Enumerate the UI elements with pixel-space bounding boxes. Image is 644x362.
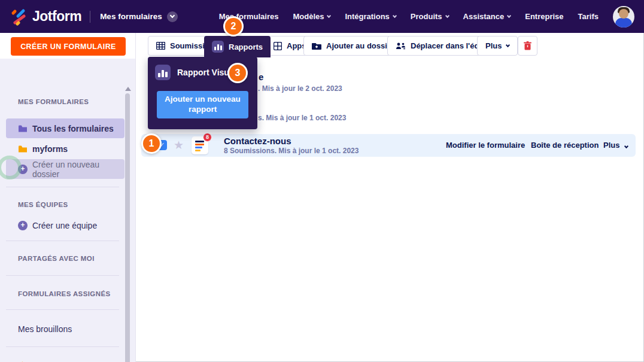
jotform-my-forms-page: Jotform Mes formulaires Mes formulaires …: [0, 0, 644, 362]
jotform-logo-text: Jotform: [32, 8, 81, 25]
unread-count-badge: 8: [203, 133, 212, 142]
create-form-button[interactable]: CRÉER UN FORMULAIRE: [11, 37, 126, 56]
edit-form-action[interactable]: Modifier le formulaire: [446, 134, 525, 157]
workspace-switcher[interactable]: Mes formulaires: [100, 11, 178, 22]
workspace-chevron-circle: [167, 11, 178, 22]
sidebar-item-label: Tous les formulaires: [32, 124, 114, 133]
callout-step-3: 3: [227, 63, 248, 83]
folder-plus-icon: [312, 42, 321, 50]
sidebar-item-label: Mes brouillons: [18, 324, 72, 334]
sidebar-item-drafts[interactable]: Mes brouillons: [6, 319, 124, 339]
chevron-down-icon: [393, 13, 397, 17]
chevron-down-icon: [624, 144, 628, 148]
reports-button[interactable]: Rapports: [204, 36, 271, 57]
chevron-down-icon: [169, 13, 174, 18]
form-document-icon: 8: [192, 136, 208, 154]
sidebar-header-my-teams: MES ÉQUIPES: [18, 201, 68, 208]
sidebar-divider: [6, 309, 119, 310]
chevron-down-icon: [507, 13, 511, 17]
form-meta: 8 Soumissions. Mis à jour le 1 oct. 2023: [224, 147, 359, 155]
chevron-down-icon: [327, 13, 331, 17]
nav-assistance[interactable]: Assistance: [463, 12, 511, 21]
jotform-logo-icon: [11, 8, 26, 26]
workspace-label: Mes formulaires: [100, 12, 162, 21]
nav-tarifs[interactable]: Tarifs: [578, 12, 599, 21]
form-row-title-fragment[interactable]: e: [259, 72, 263, 82]
form-row-selected[interactable]: ✓ ★ 8 Contactez-nous 8 Soumissions. Mis …: [141, 134, 636, 157]
bar-chart-icon: [212, 41, 224, 53]
form-row-meta-fragment: s. Mis à jour le 1 oct. 2023: [258, 114, 346, 122]
callout-step-1: 1: [141, 133, 162, 154]
navbar-links: Mes formulaires Modèles Intégrations Pro…: [219, 6, 634, 28]
chevron-down-icon: [506, 42, 510, 47]
sidebar-header-my-forms: MES FORMULAIRES: [18, 98, 89, 105]
sidebar-item-create-folder[interactable]: + Créer un nouveau dossier: [6, 159, 124, 179]
top-navbar: Jotform Mes formulaires Mes formulaires …: [0, 0, 644, 33]
scrollbar-thumb[interactable]: [125, 93, 130, 362]
nav-produits[interactable]: Produits: [411, 12, 449, 21]
callout-step-2: 2: [223, 16, 244, 36]
folder-icon: [18, 124, 28, 132]
inbox-action[interactable]: Boîte de réception: [531, 134, 599, 157]
sidebar-divider: [6, 187, 119, 187]
delete-button[interactable]: [518, 36, 537, 56]
chevron-down-icon: [445, 13, 449, 17]
sidebar: MES FORMULAIRES Tous les formulaires myf…: [0, 59, 135, 362]
bar-chart-icon: [155, 65, 171, 80]
sidebar-item-create-team[interactable]: + Créer une équipe: [6, 215, 124, 235]
sidebar-divider: [6, 346, 119, 347]
plus-circle-icon: +: [18, 221, 28, 230]
jotform-logo[interactable]: Jotform: [11, 8, 81, 26]
sidebar-header-shared[interactable]: PARTAGÉS AVEC MOI: [18, 255, 95, 262]
left-column: CRÉER UN FORMULAIRE MES FORMULAIRES Tous…: [0, 33, 136, 362]
form-title[interactable]: Contactez-nous: [224, 136, 291, 146]
sidebar-item-label: Créer une équipe: [32, 221, 97, 230]
add-new-report-button[interactable]: Ajouter un nouveau rapport: [157, 91, 248, 118]
navbar-divider: [90, 11, 90, 23]
nav-modeles[interactable]: Modèles: [293, 12, 330, 21]
sidebar-header-assigned[interactable]: FORMULAIRES ASSIGNÉS: [18, 290, 111, 297]
sidebar-item-label: myforms: [32, 144, 68, 154]
user-avatar[interactable]: [613, 6, 634, 28]
folder-icon: [18, 145, 28, 153]
trash-icon: [524, 41, 531, 50]
sidebar-divider: [6, 241, 119, 241]
more-button[interactable]: Plus: [477, 36, 518, 56]
scrollbar-up-arrow[interactable]: [125, 87, 131, 91]
sidebar-item-all-forms[interactable]: Tous les formulaires: [6, 118, 124, 138]
table-grid-icon: [156, 42, 165, 50]
sidebar-item-favorites[interactable]: ★ Favoris: [6, 355, 124, 362]
form-row-meta-fragment: . Mis à jour le 2 oct. 2023: [258, 84, 342, 93]
nav-entreprise[interactable]: Entreprise: [525, 12, 563, 21]
sidebar-item-myforms[interactable]: myforms: [6, 139, 124, 159]
star-icon[interactable]: ★: [174, 138, 184, 152]
sidebar-divider: [6, 275, 119, 276]
star-icon: ★: [18, 359, 28, 362]
apps-grid-icon: [274, 42, 282, 50]
nav-integrations[interactable]: Intégrations: [345, 12, 396, 21]
row-more-action[interactable]: Plus: [603, 134, 628, 157]
sidebar-item-label: Créer un nouveau dossier: [32, 160, 124, 179]
move-to-team-icon: [396, 42, 406, 50]
